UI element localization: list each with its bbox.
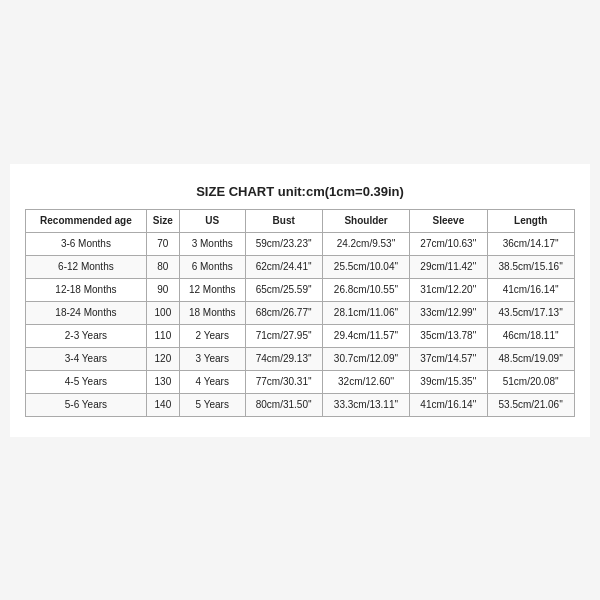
table-cell: 6 Months (179, 255, 245, 278)
table-cell: 35cm/13.78'' (410, 324, 487, 347)
table-cell: 46cm/18.11'' (487, 324, 575, 347)
column-header: Shoulder (322, 209, 409, 232)
column-header: Sleeve (410, 209, 487, 232)
table-cell: 2 Years (179, 324, 245, 347)
table-cell: 26.8cm/10.55'' (322, 278, 409, 301)
table-cell: 130 (146, 370, 179, 393)
table-cell: 29.4cm/11.57'' (322, 324, 409, 347)
table-cell: 80 (146, 255, 179, 278)
column-header: Recommended age (26, 209, 147, 232)
table-row: 3-4 Years1203 Years74cm/29.13''30.7cm/12… (26, 347, 575, 370)
table-cell: 3 Years (179, 347, 245, 370)
table-cell: 25.5cm/10.04'' (322, 255, 409, 278)
table-body: 3-6 Months703 Months59cm/23.23''24.2cm/9… (26, 232, 575, 416)
table-cell: 2-3 Years (26, 324, 147, 347)
table-cell: 18-24 Months (26, 301, 147, 324)
table-cell: 37cm/14.57'' (410, 347, 487, 370)
table-cell: 71cm/27.95'' (245, 324, 322, 347)
chart-title: SIZE CHART unit:cm(1cm=0.39in) (25, 184, 575, 199)
table-cell: 51cm/20.08'' (487, 370, 575, 393)
column-header: Size (146, 209, 179, 232)
table-cell: 31cm/12.20'' (410, 278, 487, 301)
table-cell: 33cm/12.99'' (410, 301, 487, 324)
table-cell: 100 (146, 301, 179, 324)
table-cell: 28.1cm/11.06'' (322, 301, 409, 324)
table-cell: 62cm/24.41'' (245, 255, 322, 278)
table-cell: 5 Years (179, 393, 245, 416)
table-cell: 70 (146, 232, 179, 255)
table-cell: 77cm/30.31'' (245, 370, 322, 393)
table-cell: 36cm/14.17'' (487, 232, 575, 255)
table-cell: 41cm/16.14'' (410, 393, 487, 416)
table-cell: 110 (146, 324, 179, 347)
table-cell: 30.7cm/12.09'' (322, 347, 409, 370)
size-chart-container: SIZE CHART unit:cm(1cm=0.39in) Recommend… (10, 164, 590, 437)
table-cell: 3-6 Months (26, 232, 147, 255)
size-table: Recommended ageSizeUSBustShoulderSleeveL… (25, 209, 575, 417)
table-cell: 140 (146, 393, 179, 416)
table-cell: 68cm/26.77'' (245, 301, 322, 324)
column-header: US (179, 209, 245, 232)
table-cell: 3-4 Years (26, 347, 147, 370)
table-cell: 6-12 Months (26, 255, 147, 278)
column-header: Length (487, 209, 575, 232)
table-row: 6-12 Months806 Months62cm/24.41''25.5cm/… (26, 255, 575, 278)
table-cell: 12 Months (179, 278, 245, 301)
table-cell: 59cm/23.23'' (245, 232, 322, 255)
table-row: 2-3 Years1102 Years71cm/27.95''29.4cm/11… (26, 324, 575, 347)
table-cell: 74cm/29.13'' (245, 347, 322, 370)
table-row: 3-6 Months703 Months59cm/23.23''24.2cm/9… (26, 232, 575, 255)
table-cell: 4 Years (179, 370, 245, 393)
table-cell: 5-6 Years (26, 393, 147, 416)
table-cell: 39cm/15.35'' (410, 370, 487, 393)
table-cell: 48.5cm/19.09'' (487, 347, 575, 370)
table-cell: 38.5cm/15.16'' (487, 255, 575, 278)
table-cell: 24.2cm/9.53'' (322, 232, 409, 255)
table-cell: 32cm/12.60'' (322, 370, 409, 393)
table-row: 18-24 Months10018 Months68cm/26.77''28.1… (26, 301, 575, 324)
table-row: 12-18 Months9012 Months65cm/25.59''26.8c… (26, 278, 575, 301)
table-cell: 27cm/10.63'' (410, 232, 487, 255)
table-cell: 90 (146, 278, 179, 301)
table-row: 5-6 Years1405 Years80cm/31.50''33.3cm/13… (26, 393, 575, 416)
table-row: 4-5 Years1304 Years77cm/30.31''32cm/12.6… (26, 370, 575, 393)
table-header-row: Recommended ageSizeUSBustShoulderSleeveL… (26, 209, 575, 232)
table-cell: 80cm/31.50'' (245, 393, 322, 416)
table-cell: 43.5cm/17.13'' (487, 301, 575, 324)
table-cell: 18 Months (179, 301, 245, 324)
table-cell: 33.3cm/13.11'' (322, 393, 409, 416)
table-cell: 4-5 Years (26, 370, 147, 393)
table-cell: 120 (146, 347, 179, 370)
table-cell: 29cm/11.42'' (410, 255, 487, 278)
table-cell: 65cm/25.59'' (245, 278, 322, 301)
table-cell: 3 Months (179, 232, 245, 255)
column-header: Bust (245, 209, 322, 232)
table-cell: 53.5cm/21.06'' (487, 393, 575, 416)
table-cell: 12-18 Months (26, 278, 147, 301)
table-cell: 41cm/16.14'' (487, 278, 575, 301)
